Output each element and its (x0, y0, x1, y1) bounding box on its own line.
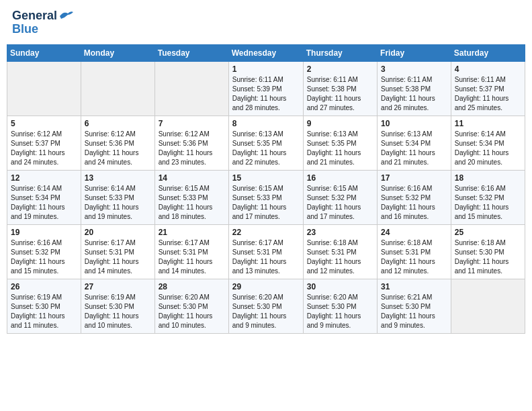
day-number: 21 (159, 228, 225, 237)
calendar-cell: 29Sunrise: 6:20 AM Sunset: 5:30 PM Dayli… (228, 279, 303, 333)
logo: General Blue (12, 9, 73, 36)
day-info: Sunrise: 6:19 AM Sunset: 5:30 PM Dayligh… (11, 293, 77, 330)
calendar-cell: 2Sunrise: 6:11 AM Sunset: 5:38 PM Daylig… (303, 61, 377, 116)
weekday-header-sunday: Sunday (7, 44, 81, 61)
day-info: Sunrise: 6:14 AM Sunset: 5:33 PM Dayligh… (85, 184, 151, 222)
day-number: 13 (85, 173, 151, 183)
calendar-cell: 20Sunrise: 6:17 AM Sunset: 5:31 PM Dayli… (81, 224, 154, 279)
day-info: Sunrise: 6:13 AM Sunset: 5:35 PM Dayligh… (232, 130, 300, 167)
day-info: Sunrise: 6:17 AM Sunset: 5:31 PM Dayligh… (232, 238, 300, 276)
day-info: Sunrise: 6:20 AM Sunset: 5:30 PM Dayligh… (232, 293, 300, 330)
calendar-cell (451, 279, 525, 333)
weekday-header-friday: Friday (378, 44, 451, 61)
day-info: Sunrise: 6:13 AM Sunset: 5:35 PM Dayligh… (307, 130, 373, 167)
calendar-cell (81, 61, 154, 116)
calendar-week-row: 19Sunrise: 6:16 AM Sunset: 5:32 PM Dayli… (7, 224, 525, 279)
calendar-cell: 12Sunrise: 6:14 AM Sunset: 5:34 PM Dayli… (7, 170, 81, 224)
calendar-cell: 8Sunrise: 6:13 AM Sunset: 5:35 PM Daylig… (228, 116, 303, 170)
day-number: 24 (381, 228, 447, 237)
day-info: Sunrise: 6:12 AM Sunset: 5:36 PM Dayligh… (85, 130, 151, 167)
day-info: Sunrise: 6:11 AM Sunset: 5:39 PM Dayligh… (232, 75, 300, 113)
day-info: Sunrise: 6:18 AM Sunset: 5:31 PM Dayligh… (381, 238, 447, 276)
day-number: 22 (232, 228, 300, 237)
weekday-header-tuesday: Tuesday (154, 44, 228, 61)
day-number: 1 (232, 64, 300, 74)
calendar-cell: 23Sunrise: 6:18 AM Sunset: 5:31 PM Dayli… (303, 224, 377, 279)
day-number: 4 (455, 64, 521, 74)
logo-general: General (12, 9, 57, 23)
calendar-cell: 1Sunrise: 6:11 AM Sunset: 5:39 PM Daylig… (228, 61, 303, 116)
day-number: 5 (11, 119, 77, 128)
calendar-cell: 16Sunrise: 6:15 AM Sunset: 5:32 PM Dayli… (303, 170, 377, 224)
day-info: Sunrise: 6:15 AM Sunset: 5:32 PM Dayligh… (307, 184, 373, 222)
calendar-cell: 22Sunrise: 6:17 AM Sunset: 5:31 PM Dayli… (228, 224, 303, 279)
day-info: Sunrise: 6:12 AM Sunset: 5:37 PM Dayligh… (11, 130, 77, 167)
day-info: Sunrise: 6:21 AM Sunset: 5:30 PM Dayligh… (381, 293, 447, 330)
day-info: Sunrise: 6:18 AM Sunset: 5:31 PM Dayligh… (307, 238, 373, 276)
day-number: 19 (11, 228, 77, 237)
calendar-cell: 5Sunrise: 6:12 AM Sunset: 5:37 PM Daylig… (7, 116, 81, 170)
day-number: 7 (159, 119, 225, 128)
calendar-cell: 21Sunrise: 6:17 AM Sunset: 5:31 PM Dayli… (154, 224, 228, 279)
day-info: Sunrise: 6:11 AM Sunset: 5:38 PM Dayligh… (307, 75, 373, 113)
day-number: 25 (455, 228, 521, 237)
day-info: Sunrise: 6:12 AM Sunset: 5:36 PM Dayligh… (159, 130, 225, 167)
day-info: Sunrise: 6:18 AM Sunset: 5:30 PM Dayligh… (455, 238, 521, 276)
day-info: Sunrise: 6:17 AM Sunset: 5:31 PM Dayligh… (85, 238, 151, 276)
day-number: 3 (381, 64, 447, 74)
weekday-header-row: SundayMondayTuesdayWednesdayThursdayFrid… (7, 44, 525, 61)
day-number: 15 (232, 173, 300, 183)
day-info: Sunrise: 6:16 AM Sunset: 5:32 PM Dayligh… (455, 184, 521, 222)
logo-bird-icon (58, 9, 73, 20)
calendar-cell: 30Sunrise: 6:20 AM Sunset: 5:30 PM Dayli… (303, 279, 377, 333)
day-info: Sunrise: 6:19 AM Sunset: 5:30 PM Dayligh… (85, 293, 151, 330)
calendar-week-row: 12Sunrise: 6:14 AM Sunset: 5:34 PM Dayli… (7, 170, 525, 224)
calendar-cell: 7Sunrise: 6:12 AM Sunset: 5:36 PM Daylig… (154, 116, 228, 170)
day-number: 11 (455, 119, 521, 128)
day-number: 14 (159, 173, 225, 183)
calendar-body: 1Sunrise: 6:11 AM Sunset: 5:39 PM Daylig… (7, 61, 525, 333)
day-info: Sunrise: 6:11 AM Sunset: 5:37 PM Dayligh… (455, 75, 521, 113)
day-number: 8 (232, 119, 300, 128)
calendar-cell: 14Sunrise: 6:15 AM Sunset: 5:33 PM Dayli… (154, 170, 228, 224)
day-number: 2 (307, 64, 373, 74)
calendar-cell: 9Sunrise: 6:13 AM Sunset: 5:35 PM Daylig… (303, 116, 377, 170)
day-number: 31 (381, 282, 447, 291)
calendar-cell: 13Sunrise: 6:14 AM Sunset: 5:33 PM Dayli… (81, 170, 154, 224)
day-number: 29 (232, 282, 300, 291)
calendar-cell: 28Sunrise: 6:20 AM Sunset: 5:30 PM Dayli… (154, 279, 228, 333)
day-number: 12 (11, 173, 77, 183)
calendar-cell: 6Sunrise: 6:12 AM Sunset: 5:36 PM Daylig… (81, 116, 154, 170)
day-info: Sunrise: 6:11 AM Sunset: 5:38 PM Dayligh… (381, 75, 447, 113)
page-header: General Blue (7, 7, 525, 39)
day-info: Sunrise: 6:16 AM Sunset: 5:32 PM Dayligh… (381, 184, 447, 222)
calendar-cell: 4Sunrise: 6:11 AM Sunset: 5:37 PM Daylig… (451, 61, 525, 116)
weekday-header-monday: Monday (81, 44, 154, 61)
day-number: 30 (307, 282, 373, 291)
day-number: 26 (11, 282, 77, 291)
calendar-cell: 24Sunrise: 6:18 AM Sunset: 5:31 PM Dayli… (378, 224, 451, 279)
calendar-header: SundayMondayTuesdayWednesdayThursdayFrid… (7, 44, 525, 61)
day-number: 9 (307, 119, 373, 128)
calendar-cell: 3Sunrise: 6:11 AM Sunset: 5:38 PM Daylig… (378, 61, 451, 116)
day-info: Sunrise: 6:15 AM Sunset: 5:33 PM Dayligh… (159, 184, 225, 222)
weekday-header-wednesday: Wednesday (228, 44, 303, 61)
day-number: 23 (307, 228, 373, 237)
calendar-cell: 15Sunrise: 6:15 AM Sunset: 5:33 PM Dayli… (228, 170, 303, 224)
day-number: 16 (307, 173, 373, 183)
calendar-cell: 25Sunrise: 6:18 AM Sunset: 5:30 PM Dayli… (451, 224, 525, 279)
day-number: 6 (85, 119, 151, 128)
calendar-cell: 19Sunrise: 6:16 AM Sunset: 5:32 PM Dayli… (7, 224, 81, 279)
calendar-cell: 26Sunrise: 6:19 AM Sunset: 5:30 PM Dayli… (7, 279, 81, 333)
day-info: Sunrise: 6:14 AM Sunset: 5:34 PM Dayligh… (455, 130, 521, 167)
day-number: 28 (159, 282, 225, 291)
day-number: 27 (85, 282, 151, 291)
calendar-week-row: 26Sunrise: 6:19 AM Sunset: 5:30 PM Dayli… (7, 279, 525, 333)
day-number: 18 (455, 173, 521, 183)
calendar-table: SundayMondayTuesdayWednesdayThursdayFrid… (7, 44, 525, 334)
calendar-cell: 17Sunrise: 6:16 AM Sunset: 5:32 PM Dayli… (378, 170, 451, 224)
calendar-cell: 10Sunrise: 6:13 AM Sunset: 5:34 PM Dayli… (378, 116, 451, 170)
weekday-header-saturday: Saturday (451, 44, 525, 61)
day-info: Sunrise: 6:16 AM Sunset: 5:32 PM Dayligh… (11, 238, 77, 276)
day-number: 17 (381, 173, 447, 183)
